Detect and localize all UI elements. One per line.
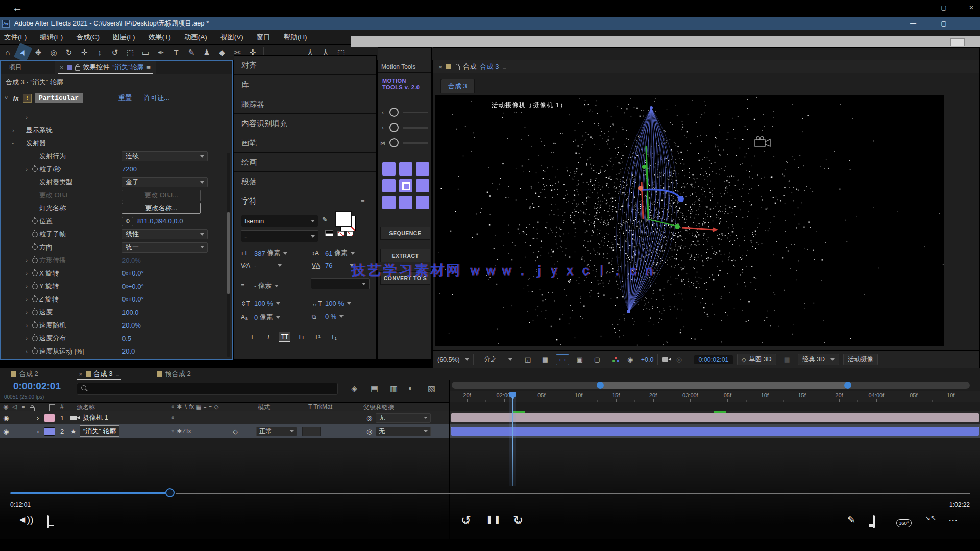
layer-label[interactable]	[44, 411, 55, 424]
player-maximize-button[interactable]: ▢	[936, 4, 951, 11]
rectangle-tool-icon[interactable]: ▭	[138, 46, 153, 59]
ae-minimize-button[interactable]: —	[904, 18, 922, 29]
parameter-dropdown[interactable]: 统一	[122, 242, 208, 253]
ground-plane-icon[interactable]: ▦	[780, 354, 794, 365]
stopwatch-icon[interactable]	[30, 296, 39, 302]
playhead-handle[interactable]	[509, 392, 516, 397]
stopwatch-icon[interactable]	[30, 270, 39, 276]
font-family-select[interactable]: Isemin	[241, 215, 318, 227]
zoom-level-select[interactable]: (60.5%)	[437, 356, 469, 363]
layer-label[interactable]	[44, 424, 55, 438]
parameter-number[interactable]: 7200	[122, 165, 137, 173]
pickwhip-cell[interactable]: ◎	[366, 424, 372, 438]
layer-mode-select[interactable]: 正常	[256, 427, 297, 436]
layer1-duration-bar[interactable]	[451, 413, 979, 422]
stack-panel-1[interactable]: 库	[234, 75, 376, 94]
layer-switches-cell[interactable]: ♀ ✱ ∕ fx	[170, 424, 191, 438]
menu-item-3[interactable]: 图层(L)	[113, 33, 135, 42]
player-minimize-button[interactable]: —	[905, 4, 921, 11]
timeline-tab-1[interactable]: ×合成 3≡	[75, 368, 124, 380]
pan-camera-tool-icon[interactable]: ✛	[77, 46, 92, 59]
anchor-grid-cell[interactable]	[382, 179, 396, 192]
twirl-icon[interactable]: ›	[23, 296, 30, 303]
renderer-select[interactable]: 经典 3D	[798, 354, 839, 365]
home-icon[interactable]: ⌂	[0, 46, 15, 59]
stopwatch-icon[interactable]	[30, 258, 39, 263]
type-tool-icon[interactable]: T	[168, 46, 184, 59]
snapshot-camera-icon[interactable]	[662, 357, 668, 362]
default-colors-white[interactable]	[325, 233, 333, 236]
ae-maximize-button[interactable]: ▢	[935, 18, 952, 29]
twirl-icon[interactable]: ›	[23, 257, 30, 263]
selection-tool-icon[interactable]: ➤	[14, 42, 32, 62]
motion-slider-2[interactable]: ⋈	[378, 136, 431, 150]
floating-window-titlebar[interactable]	[351, 36, 980, 47]
motion-tools-button-sequence[interactable]: SEQUENCE	[380, 227, 430, 240]
stack-panel-5[interactable]: 绘画	[234, 153, 376, 172]
camera-tool-icon[interactable]: ⬚	[122, 46, 138, 59]
exit-fullscreen-icon[interactable]: ↘↖	[925, 514, 936, 522]
comp-mini-flowchart-icon[interactable]: ◈	[351, 384, 357, 393]
stack-panel-2[interactable]: 跟踪器	[234, 94, 376, 114]
menu-item-0[interactable]: 文件(F)	[4, 33, 27, 42]
edit-pencil-icon[interactable]: ✎	[847, 514, 855, 526]
mode-cell[interactable]: 正常	[256, 424, 297, 438]
stopwatch-icon[interactable]	[30, 310, 39, 315]
brush-tool-icon[interactable]: ✎	[184, 46, 199, 59]
zoom-tool-icon[interactable]: ◎	[46, 46, 61, 59]
faux-style-5[interactable]: T₁	[328, 333, 339, 342]
stopwatch-icon[interactable]	[30, 244, 39, 250]
parameter-dropdown[interactable]: 连续	[122, 151, 208, 161]
no-fill-swatch[interactable]	[337, 231, 344, 236]
layer-name[interactable]: “消失” 轮廓	[80, 425, 119, 437]
parent-column[interactable]: 父级和链接	[363, 403, 394, 412]
motion-slider-1[interactable]: ›	[378, 120, 431, 135]
layer-switches[interactable]: ♀ ✱ ∕ fx	[170, 428, 191, 435]
mask-visibility-icon[interactable]: ▣	[573, 354, 586, 365]
menu-item-2[interactable]: 合成(C)	[76, 33, 100, 42]
twirl-icon[interactable]: ›	[23, 283, 30, 289]
layer-name-cell[interactable]: “消失” 轮廓	[80, 424, 119, 438]
layer-twirl-icon[interactable]: ›	[37, 424, 39, 438]
parent-cell[interactable]: 无	[376, 411, 431, 424]
parameter-number[interactable]: 20.0%	[122, 321, 141, 329]
vertical-scale-field[interactable]: ⇕T 100 %	[241, 299, 280, 307]
horizontal-scale-field[interactable]: ↔T 100 %	[312, 299, 351, 307]
parent-cell[interactable]: 无	[376, 424, 431, 438]
show-snapshot-icon[interactable]: ◎	[672, 354, 685, 365]
parameter-number[interactable]: 0.5	[122, 335, 131, 342]
transparency-grid-icon[interactable]: ▦	[538, 354, 552, 365]
panel-menu-icon[interactable]: ≡	[115, 370, 119, 378]
character-panel-title[interactable]: 字符	[241, 196, 257, 206]
close-icon[interactable]: ×	[438, 63, 443, 71]
collapse-cell[interactable]: ◇	[233, 424, 238, 438]
trkmat-cell[interactable]	[302, 424, 321, 438]
stroke-width-field[interactable]: ≡ - 像素	[241, 281, 279, 290]
rotate-tool-icon[interactable]: ↺	[107, 46, 122, 59]
trkmat-box[interactable]	[302, 427, 321, 436]
effect-name[interactable]: Particular	[35, 93, 83, 103]
parent-link-select[interactable]: 无	[376, 427, 431, 436]
view-360-icon[interactable]: 360°	[896, 516, 912, 528]
slider-knob-icon[interactable]	[389, 108, 399, 117]
parent-pickwhip-icon[interactable]: ◎	[366, 428, 372, 435]
seek-thumb[interactable]	[165, 488, 175, 497]
close-icon[interactable]: ×	[79, 370, 83, 378]
anchor-grid-cell[interactable]	[399, 196, 412, 209]
view-layout-select[interactable]: 活动摄像	[843, 354, 878, 365]
stroke-style-select[interactable]	[311, 278, 370, 289]
volume-icon[interactable]: ◄))	[17, 514, 33, 525]
back-button[interactable]: ←	[12, 2, 22, 14]
rotation-degrees[interactable]: +0.0°	[128, 283, 144, 290]
font-size-field[interactable]: ᴛT 387 像素	[241, 248, 287, 258]
parameter-number[interactable]: 20.0	[122, 347, 135, 355]
pickwhip-cell[interactable]: ◎	[366, 411, 372, 424]
menu-item-6[interactable]: 视图(V)	[220, 33, 243, 42]
motion-slider-0[interactable]: ‹	[378, 105, 431, 119]
layer2-duration-bar[interactable]	[451, 427, 979, 436]
faux-style-2[interactable]: TT	[279, 332, 290, 342]
hand-tool-icon[interactable]: ✥	[31, 46, 46, 59]
stopwatch-icon[interactable]	[30, 348, 39, 354]
parameter-dropdown[interactable]: 链接	[122, 359, 208, 360]
tab-project[interactable]: 项目	[1, 61, 54, 74]
